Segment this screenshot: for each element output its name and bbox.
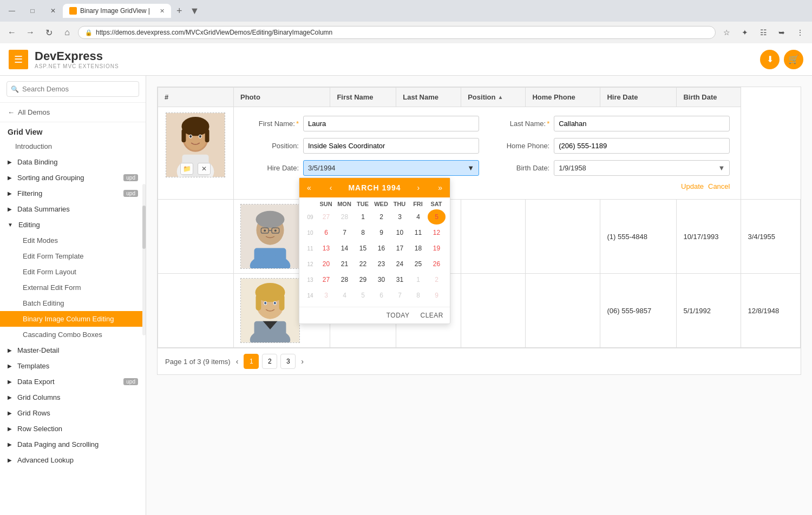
position-input[interactable] [303, 138, 479, 154]
cast-button[interactable]: ☷ [756, 25, 771, 40]
new-tab-button[interactable]: + [173, 5, 186, 17]
page-btn-2[interactable]: 2 [262, 354, 277, 369]
sidebar-item-master-detail[interactable]: ▶ Master-Detail [0, 342, 146, 358]
cal-day[interactable]: 8 [409, 288, 427, 303]
cal-day[interactable]: 2 [428, 272, 446, 287]
cal-day[interactable]: 29 [354, 272, 372, 287]
sidebar-item-cascading-combo-boxes[interactable]: Cascading Combo Boxes [0, 327, 146, 342]
star-button[interactable]: ✦ [737, 25, 752, 40]
cal-day[interactable]: 13 [317, 241, 335, 256]
hiredate-input[interactable]: 3/5/1994 ▼ [303, 160, 479, 176]
cal-day[interactable]: 25 [409, 256, 427, 272]
firstname-input[interactable] [303, 116, 479, 131]
sidebar-item-data-binding[interactable]: ▶ Data Binding [0, 154, 146, 170]
all-demos-back[interactable]: ← All Demos [0, 103, 146, 122]
cal-day[interactable]: 20 [317, 256, 335, 272]
cal-day[interactable]: 15 [354, 241, 372, 256]
cal-day[interactable]: 11 [409, 225, 427, 240]
cal-day[interactable]: 1 [354, 209, 372, 225]
page-prev-btn[interactable]: ‹ [234, 355, 241, 368]
cal-day[interactable]: 19 [428, 241, 446, 256]
cal-day[interactable]: 9 [428, 288, 446, 303]
forward-button[interactable]: → [23, 25, 38, 40]
cal-next-month-btn[interactable]: › [415, 182, 422, 193]
sidebar-item-row-selection[interactable]: ▶ Row Selection [0, 421, 146, 437]
address-bar[interactable]: 🔒 https://demos.devexpress.com/MVCxGridV… [78, 26, 716, 39]
cart-button[interactable]: 🛒 [784, 50, 803, 69]
sidebar-item-edit-modes[interactable]: Edit Modes [0, 233, 146, 248]
sidebar-item-batch-editing[interactable]: Batch Editing [0, 295, 146, 311]
cal-day[interactable]: 9 [372, 225, 390, 240]
cal-day[interactable]: 3 [317, 288, 335, 303]
cal-day[interactable]: 4 [336, 288, 353, 303]
cal-day[interactable]: 14 [336, 241, 353, 256]
cal-day[interactable]: 17 [391, 241, 409, 256]
bookmark-button[interactable]: ☆ [719, 25, 734, 40]
page-btn-1[interactable]: 1 [244, 354, 259, 369]
sidebar-item-binary-image-column-editing[interactable]: Binary Image Column Editing [0, 311, 146, 327]
tab-close-icon[interactable]: ✕ [160, 8, 165, 15]
sidebar-item-edit-form-template[interactable]: Edit Form Template [0, 248, 146, 264]
cal-day[interactable]: 4 [409, 209, 427, 225]
lastname-input[interactable] [554, 116, 730, 131]
download-button[interactable]: ⬇ [760, 50, 780, 69]
minimize-button[interactable]: — [4, 3, 19, 18]
cal-day[interactable]: 23 [372, 256, 390, 272]
sidebar-item-data-paging-scrolling[interactable]: ▶ Data Paging and Scrolling [0, 437, 146, 452]
cal-day[interactable]: 18 [409, 241, 427, 256]
cal-day[interactable]: 22 [354, 256, 372, 272]
menu-button[interactable]: ⋮ [793, 25, 808, 40]
cal-day[interactable]: 26 [428, 256, 446, 272]
cal-day[interactable]: 10 [391, 225, 409, 240]
cal-day[interactable]: 12 [428, 225, 446, 240]
tab-menu-button[interactable]: ▼ [188, 5, 202, 17]
sidebar-item-introduction[interactable]: Introduction [0, 138, 146, 154]
sidebar-item-data-summaries[interactable]: ▶ Data Summaries [0, 201, 146, 217]
cancel-button[interactable]: Cancel [708, 182, 730, 190]
cal-day[interactable]: 6 [317, 225, 335, 240]
cal-day[interactable]: 7 [336, 225, 353, 240]
cal-day[interactable]: 28 [336, 272, 353, 287]
update-button[interactable]: Update [681, 182, 704, 190]
cal-day[interactable]: 5 [354, 288, 372, 303]
photo-delete-btn[interactable]: ✕ [198, 163, 211, 175]
photo-upload-btn[interactable]: 📁 [180, 163, 193, 175]
share-button[interactable]: ➥ [774, 25, 789, 40]
cal-today-btn[interactable]: TODAY [387, 312, 410, 319]
sidebar-item-grid-rows[interactable]: ▶ Grid Rows [0, 405, 146, 421]
reload-button[interactable]: ↻ [41, 25, 56, 40]
cal-day-selected[interactable]: 5 [428, 209, 446, 225]
sidebar-item-editing[interactable]: ▼ Editing [0, 217, 146, 233]
sidebar-item-grid-columns[interactable]: ▶ Grid Columns [0, 389, 146, 405]
cal-day[interactable]: 6 [372, 288, 390, 303]
page-next-btn[interactable]: › [299, 355, 306, 368]
cal-day[interactable]: 7 [391, 288, 409, 303]
cal-day[interactable]: 3 [391, 209, 409, 225]
cal-prev-year-btn[interactable]: « [305, 182, 313, 193]
sidebar-item-edit-form-layout[interactable]: Edit Form Layout [0, 264, 146, 280]
photo-upload-area[interactable]: 📁 ✕ [166, 113, 225, 177]
cal-day[interactable]: 27 [317, 209, 335, 225]
sidebar-item-advanced-lookup[interactable]: ▶ Advanced Lookup [0, 452, 146, 468]
cal-clear-btn[interactable]: CLEAR [420, 312, 443, 319]
cal-day[interactable]: 31 [391, 272, 409, 287]
sidebar-item-filtering[interactable]: ▶ Filtering upd [0, 186, 146, 201]
search-input[interactable] [6, 81, 139, 97]
cal-day[interactable]: 1 [409, 272, 427, 287]
sidebar-item-external-edit-form[interactable]: External Edit Form [0, 280, 146, 295]
cal-prev-month-btn[interactable]: ‹ [328, 182, 335, 193]
cal-day[interactable]: 30 [372, 272, 390, 287]
close-button[interactable]: ✕ [45, 3, 61, 18]
cal-day[interactable]: 27 [317, 272, 335, 287]
sidebar-item-sorting-grouping[interactable]: ▶ Sorting and Grouping upd [0, 170, 146, 186]
sidebar-item-templates[interactable]: ▶ Templates [0, 358, 146, 374]
cal-day[interactable]: 24 [391, 256, 409, 272]
cal-day[interactable]: 2 [372, 209, 390, 225]
back-button[interactable]: ← [4, 25, 19, 40]
cal-day[interactable]: 8 [354, 225, 372, 240]
cal-day[interactable]: 28 [336, 209, 353, 225]
maximize-button[interactable]: □ [25, 3, 40, 18]
browser-tab[interactable]: Binary Image GridView | ✕ [63, 4, 171, 18]
cal-day[interactable]: 16 [372, 241, 390, 256]
cal-day[interactable]: 21 [336, 256, 353, 272]
